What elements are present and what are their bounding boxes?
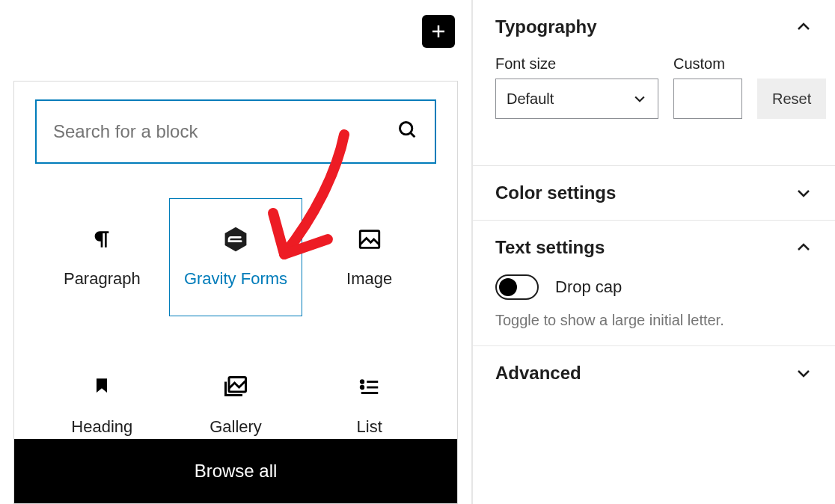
block-label: Image [346, 269, 392, 289]
chevron-up-icon [795, 239, 813, 256]
block-label: Gallery [209, 417, 262, 437]
panel-title: Typography [495, 16, 597, 37]
chevron-down-icon [632, 91, 647, 106]
svg-point-7 [361, 381, 364, 384]
gravity-forms-icon [222, 226, 249, 253]
custom-size-label: Custom [673, 55, 742, 73]
image-icon [356, 226, 383, 253]
panel-header-text[interactable]: Text settings [495, 237, 813, 258]
settings-sidebar: Typography Font size Default Custom Rese… [473, 0, 835, 504]
block-label: Paragraph [64, 269, 141, 289]
gallery-icon [222, 374, 249, 401]
browse-all-button[interactable]: Browse all [14, 439, 457, 503]
custom-size-input[interactable] [673, 79, 742, 119]
panel-header-advanced[interactable]: Advanced [495, 363, 813, 384]
browse-all-label: Browse all [195, 461, 278, 482]
editor-canvas: Paragraph Gravity Forms Image Heading [0, 0, 471, 504]
panel-typography: Typography Font size Default Custom Rese… [473, 0, 835, 166]
block-inserter-popover: Paragraph Gravity Forms Image Heading [13, 81, 458, 504]
reset-button[interactable]: Reset [757, 79, 826, 119]
font-size-value: Default [507, 90, 554, 108]
block-label: Gravity Forms [184, 269, 287, 289]
dropcap-label: Drop cap [555, 277, 622, 297]
block-item-gravity-forms[interactable]: Gravity Forms [169, 198, 303, 316]
plus-icon [429, 22, 447, 40]
svg-line-3 [411, 133, 415, 138]
block-label: List [357, 417, 382, 437]
typography-body: Font size Default Custom Reset [495, 55, 813, 119]
panel-color-settings: Color settings [473, 166, 835, 221]
list-icon [356, 374, 383, 401]
panel-title: Text settings [495, 237, 605, 258]
search-input[interactable] [53, 121, 397, 142]
panel-title: Color settings [495, 182, 616, 203]
chevron-down-icon [795, 184, 813, 202]
panel-header-color[interactable]: Color settings [495, 182, 813, 203]
search-icon [397, 120, 418, 144]
font-size-label: Font size [495, 55, 658, 73]
font-size-field: Font size Default [495, 55, 658, 119]
font-size-select[interactable]: Default [495, 79, 658, 119]
dropcap-help: Toggle to show a large initial letter. [495, 312, 813, 329]
search-wrap [35, 99, 436, 164]
block-grid: Paragraph Gravity Forms Image Heading [35, 198, 436, 464]
custom-size-field: Custom [673, 55, 742, 119]
toggle-knob [499, 278, 517, 296]
svg-point-9 [361, 386, 364, 389]
block-item-paragraph[interactable]: Paragraph [35, 198, 169, 316]
search-box[interactable] [35, 99, 436, 164]
chevron-up-icon [795, 18, 813, 36]
add-block-button[interactable] [422, 15, 455, 48]
svg-rect-5 [360, 231, 379, 248]
chevron-down-icon [795, 364, 813, 382]
dropcap-toggle[interactable] [495, 274, 539, 300]
panel-header-typography[interactable]: Typography [495, 16, 813, 37]
block-label: Heading [71, 417, 132, 437]
svg-point-2 [400, 123, 412, 135]
paragraph-icon [88, 226, 115, 253]
panel-text-settings: Text settings Drop cap Toggle to show a … [473, 221, 835, 346]
panel-advanced: Advanced [473, 346, 835, 400]
heading-icon [88, 374, 115, 401]
panel-title: Advanced [495, 363, 581, 384]
dropcap-row: Drop cap [495, 274, 813, 300]
block-item-image[interactable]: Image [302, 198, 436, 316]
